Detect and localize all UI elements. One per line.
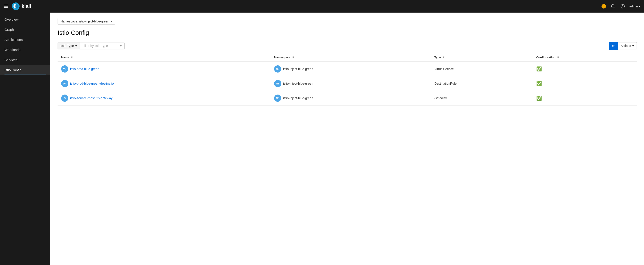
col-name-label: Name xyxy=(61,56,69,59)
toolbar-right: ⟳ Actions ▾ xyxy=(609,42,637,50)
col-type-label: Type xyxy=(434,56,441,59)
table-row: DR istio-prod-blue-green-destination NS … xyxy=(58,76,637,91)
col-type: Type ⇅ xyxy=(431,53,533,61)
sidebar-item-istio-config[interactable]: Istio Config xyxy=(0,65,50,75)
cell-configuration-2: ✅ xyxy=(533,91,637,106)
help-icon[interactable] xyxy=(620,3,626,9)
cell-type-0: VirtualService xyxy=(431,61,533,76)
type-value-2: Gateway xyxy=(434,96,447,100)
type-value-1: DestinationRule xyxy=(434,82,457,85)
filter-placeholder: Filter by Istio Type xyxy=(82,44,108,48)
sidebar-graph-label: Graph xyxy=(4,28,14,31)
actions-chevron-icon: ▾ xyxy=(632,44,634,48)
cell-namespace-2: NS istio-inject-blue-green xyxy=(270,91,431,106)
table-row: VS istio-prod-blue-green NS istio-inject… xyxy=(58,61,637,76)
hamburger-menu[interactable] xyxy=(4,5,8,8)
namespace-chevron-icon: ▾ xyxy=(111,20,112,23)
col-namespace: Namespace ⇅ xyxy=(270,53,431,61)
main-content: Namespace: istio-inject-blue-green ▾ Ist… xyxy=(50,12,644,265)
svg-point-2 xyxy=(15,4,18,8)
logo-text: kiali xyxy=(22,3,31,9)
username-label: admin xyxy=(630,4,638,8)
vs-badge-0: VS xyxy=(61,65,68,72)
sidebar-overview-label: Overview xyxy=(4,17,19,21)
user-menu[interactable]: admin ▾ xyxy=(630,4,640,8)
ns-badge-0: NS xyxy=(274,65,281,72)
type-value-0: VirtualService xyxy=(434,67,454,71)
cell-configuration-1: ✅ xyxy=(533,76,637,91)
namespace-selector-label: Namespace: istio-inject-blue-green xyxy=(60,19,109,23)
namespace-selector[interactable]: Namespace: istio-inject-blue-green ▾ xyxy=(58,18,115,25)
notifications-icon[interactable] xyxy=(610,3,616,9)
cell-name-0: VS istio-prod-blue-green xyxy=(58,61,270,76)
filter-input[interactable]: Filter by Istio Type ▾ xyxy=(80,42,124,49)
ns-badge-2: NS xyxy=(274,95,281,102)
sidebar: Overview Graph Applications Workloads Se… xyxy=(0,12,50,265)
health-status-icon[interactable] xyxy=(602,4,606,8)
filter-type-label: Istio Type xyxy=(60,44,74,48)
page-title: Istio Config xyxy=(58,29,637,36)
valid-icon: ✅ xyxy=(536,81,542,86)
sidebar-item-overview[interactable]: Overview xyxy=(0,14,50,24)
cell-namespace-0: NS istio-inject-blue-green xyxy=(270,61,431,76)
cell-name-1: DR istio-prod-blue-green-destination xyxy=(58,76,270,91)
table-header: Name ⇅ Namespace ⇅ Type ⇅ Configuration … xyxy=(58,53,637,61)
bell-icon xyxy=(610,4,615,8)
user-chevron-icon: ▾ xyxy=(639,4,640,8)
col-type-sort-icon[interactable]: ⇅ xyxy=(443,56,445,59)
name-link-1[interactable]: istio-prod-blue-green-destination xyxy=(70,82,116,85)
sidebar-workloads-label: Workloads xyxy=(4,48,20,52)
cell-name-2: G istio-service-mesh-tls-gateway xyxy=(58,91,270,106)
table-row: G istio-service-mesh-tls-gateway NS isti… xyxy=(58,91,637,106)
filter-group: Istio Type ▾ Filter by Istio Type ▾ xyxy=(58,42,124,49)
main-layout: Overview Graph Applications Workloads Se… xyxy=(0,12,644,265)
sidebar-applications-label: Applications xyxy=(4,38,23,41)
cell-configuration-0: ✅ xyxy=(533,61,637,76)
sidebar-item-services[interactable]: Services xyxy=(0,55,50,65)
config-table: Name ⇅ Namespace ⇅ Type ⇅ Configuration … xyxy=(58,53,637,106)
sidebar-item-applications[interactable]: Applications xyxy=(0,34,50,45)
valid-icon: ✅ xyxy=(536,96,542,101)
kiali-logo[interactable]: kiali xyxy=(12,2,31,10)
namespace-value-0: istio-inject-blue-green xyxy=(283,67,313,71)
col-namespace-label: Namespace xyxy=(274,56,290,59)
table-body: VS istio-prod-blue-green NS istio-inject… xyxy=(58,61,637,106)
ns-badge-1: NS xyxy=(274,80,281,87)
filter-type-chevron-icon: ▾ xyxy=(75,44,77,48)
cell-type-2: Gateway xyxy=(431,91,533,106)
sidebar-services-label: Services xyxy=(4,58,18,62)
cell-namespace-1: NS istio-inject-blue-green xyxy=(270,76,431,91)
namespace-value-1: istio-inject-blue-green xyxy=(283,82,313,85)
vs-badge-2: G xyxy=(61,95,68,102)
sidebar-item-graph[interactable]: Graph xyxy=(0,24,50,34)
refresh-button[interactable]: ⟳ xyxy=(609,42,618,50)
namespace-value-2: istio-inject-blue-green xyxy=(283,96,313,100)
toolbar: Istio Type ▾ Filter by Istio Type ▾ ⟳ Ac… xyxy=(58,42,637,50)
vs-badge-1: DR xyxy=(61,80,68,87)
navbar-right: admin ▾ xyxy=(602,3,640,9)
cell-type-1: DestinationRule xyxy=(431,76,533,91)
col-name-sort-icon[interactable]: ⇅ xyxy=(71,56,73,59)
name-link-2[interactable]: istio-service-mesh-tls-gateway xyxy=(70,96,112,100)
actions-button[interactable]: Actions ▾ xyxy=(618,42,637,49)
col-configuration: Configuration ⇅ xyxy=(533,53,637,61)
kiali-logo-icon xyxy=(12,2,20,10)
top-navbar: kiali admin ▾ xyxy=(0,0,644,12)
actions-label: Actions xyxy=(620,44,631,48)
col-name: Name ⇅ xyxy=(58,53,270,61)
filter-type-button[interactable]: Istio Type ▾ xyxy=(58,42,80,49)
col-namespace-sort-icon[interactable]: ⇅ xyxy=(292,56,294,59)
col-configuration-sort-icon[interactable]: ⇅ xyxy=(557,56,559,59)
sidebar-item-workloads[interactable]: Workloads xyxy=(0,45,50,55)
col-configuration-label: Configuration xyxy=(536,56,556,59)
filter-chevron-icon: ▾ xyxy=(120,44,122,48)
refresh-icon: ⟳ xyxy=(612,44,615,48)
name-link-0[interactable]: istio-prod-blue-green xyxy=(70,67,99,71)
question-icon xyxy=(620,4,625,8)
sidebar-istio-config-label: Istio Config xyxy=(4,68,21,72)
valid-icon: ✅ xyxy=(536,66,542,71)
